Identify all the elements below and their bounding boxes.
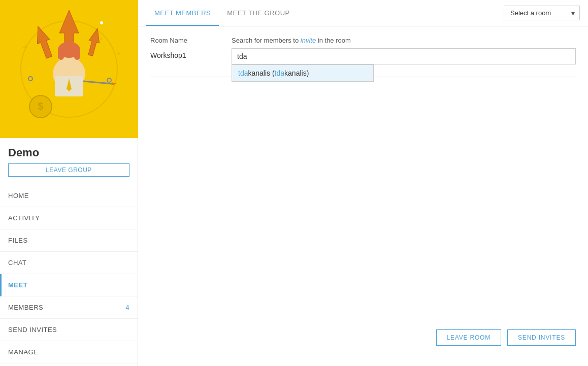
main-header: MEET MEMBERS MEET THE GROUP Select a roo… — [138, 0, 588, 26]
autocomplete-text-highlight-1: tda — [238, 69, 248, 77]
sidebar-item-members[interactable]: MEMBERS 4 — [0, 296, 138, 319]
sidebar-item-files[interactable]: FILES — [0, 229, 138, 252]
svg-point-16 — [100, 21, 103, 24]
sidebar-item-label-files: FILES — [8, 237, 28, 244]
sidebar-item-label-chat: CHAT — [8, 259, 26, 267]
search-label-pre: Search for members to — [232, 37, 301, 44]
svg-text:+: + — [117, 49, 121, 57]
sidebar-item-label-meet: MEET — [8, 281, 27, 289]
room-name-value: Workshop1 — [150, 48, 232, 62]
sidebar-item-chat[interactable]: CHAT — [0, 252, 138, 274]
action-buttons: LEAVE ROOM SEND INVITES — [436, 329, 576, 346]
svg-text:+: + — [23, 43, 28, 53]
room-name-column: Room Name Workshop1 — [150, 37, 232, 62]
form-section: Room Name Workshop1 Search for members t… — [150, 37, 576, 64]
svg-rect-8 — [58, 50, 64, 60]
leave-room-button[interactable]: LEAVE ROOM — [436, 329, 501, 346]
search-input[interactable] — [232, 48, 576, 64]
search-wrapper: tdakanalis (tdakanalis) — [232, 48, 576, 64]
sidebar-item-label-manage: MANAGE — [8, 348, 38, 356]
sidebar-nav: HOME ACTIVITY FILES CHAT MEET MEMBERS 4 … — [0, 185, 138, 366]
sidebar-item-label-activity: ACTIVITY — [8, 214, 40, 222]
search-label: Search for members to invite in the room — [232, 37, 576, 44]
tab-meet-members[interactable]: MEET MEMBERS — [146, 1, 219, 26]
autocomplete-dropdown: tdakanalis (tdakanalis) — [232, 64, 374, 82]
tab-meet-the-group[interactable]: MEET THE GROUP — [219, 1, 298, 26]
select-room-dropdown[interactable]: Select a room Room 1 Room 2 — [504, 6, 580, 20]
main-content: MEET MEMBERS MEET THE GROUP Select a roo… — [138, 0, 588, 366]
sidebar-item-meet[interactable]: MEET — [0, 274, 138, 296]
autocomplete-text-mid: kanalis ( — [248, 69, 274, 77]
room-name-label: Room Name — [150, 37, 232, 44]
autocomplete-text-highlight-2: tda — [275, 69, 284, 77]
sidebar-item-activity[interactable]: ACTIVITY — [0, 207, 138, 229]
search-label-highlight: invite — [301, 37, 316, 44]
search-label-post: in the room — [316, 37, 351, 44]
members-badge: 4 — [125, 304, 129, 311]
send-invites-button[interactable]: SEND INVITES — [507, 329, 576, 346]
sidebar-item-home[interactable]: HOME — [0, 185, 138, 207]
sidebar-item-label-home: HOME — [8, 192, 29, 199]
sidebar-item-label-send-invites: SEND INVITES — [8, 326, 57, 334]
autocomplete-item-0[interactable]: tdakanalis (tdakanalis) — [232, 65, 373, 81]
svg-text:$: $ — [38, 101, 43, 112]
sidebar: $ + + ✦ Demo LEAVE GROUP HOME ACTIVITY F… — [0, 0, 138, 366]
autocomplete-text-post: kanalis) — [284, 69, 309, 77]
svg-rect-9 — [74, 50, 80, 60]
sidebar-item-send-invites[interactable]: SEND INVITES — [0, 319, 138, 341]
group-name: Demo — [0, 138, 138, 163]
content-area: Room Name Workshop1 Search for members t… — [138, 26, 588, 366]
search-column: Search for members to invite in the room… — [232, 37, 576, 64]
sidebar-item-manage[interactable]: MANAGE — [0, 341, 138, 363]
sidebar-item-label-members: MEMBERS — [8, 304, 43, 311]
svg-text:✦: ✦ — [99, 36, 103, 42]
leave-group-button[interactable]: LEAVE GROUP — [8, 163, 129, 177]
sidebar-banner: $ + + ✦ — [0, 0, 138, 138]
select-room-wrapper: Select a room Room 1 Room 2 — [504, 6, 580, 20]
